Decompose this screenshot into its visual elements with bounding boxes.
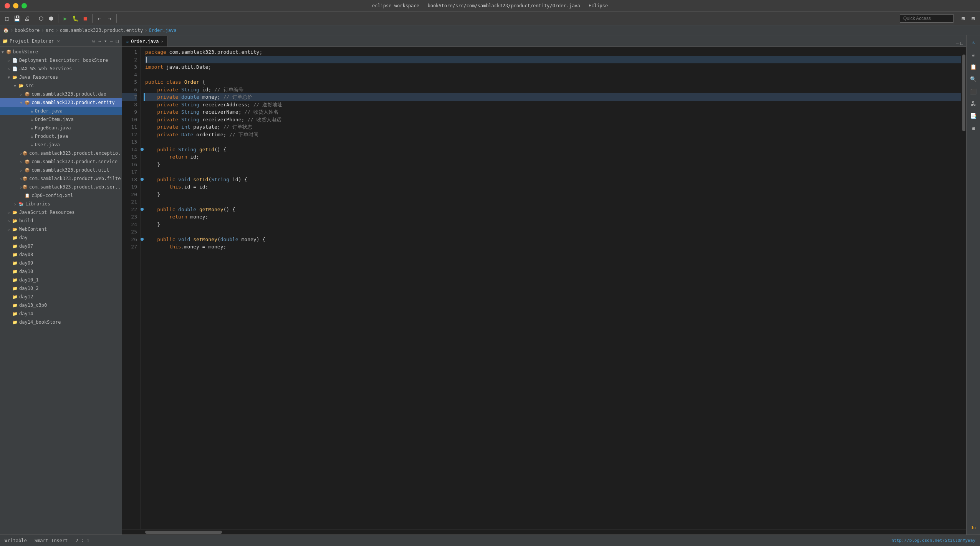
tree-item-day10_2[interactable]: 📁 day10_2 xyxy=(0,284,122,293)
tree-item-util[interactable]: ▷ 📦 com.samblack323.product.util xyxy=(0,166,122,174)
tree-item-bookstore[interactable]: ▼ 📦 bookStore xyxy=(0,48,122,56)
tree-item-build[interactable]: ▷ 📂 build xyxy=(0,217,122,225)
project-explorer-header: 📁 Project Explorer ✕ ⊟ ⇔ ▾ — □ xyxy=(0,35,122,47)
code-line-25 xyxy=(145,228,961,236)
type-hierarchy-button[interactable]: ⊞ xyxy=(968,123,979,134)
tree-item-service[interactable]: ▷ 📦 com.samblack323.product.service xyxy=(0,157,122,166)
problems-view-button[interactable]: ⚠ xyxy=(968,37,979,48)
toolbar: ⬚ 💾 🖨 ⬡ ⬢ ▶ 🐛 ■ ← → ⊞ ⊟ xyxy=(0,12,980,25)
editor-tab-order[interactable]: ☕ Order.java ✕ xyxy=(122,36,168,46)
breadcrumb-item-1[interactable]: bookStore xyxy=(15,28,40,33)
project-explorer-actions: ⊟ ⇔ ▾ — □ xyxy=(92,38,119,45)
code-line-17 xyxy=(145,168,961,176)
new-button[interactable]: ⬚ xyxy=(2,14,12,23)
tree-item-order[interactable]: ☕ Order.java xyxy=(0,107,122,115)
pe-close-icon[interactable]: ✕ xyxy=(57,38,60,44)
code-line-5: public class Order { xyxy=(145,78,961,86)
javadoc-view-button[interactable]: ☕ xyxy=(968,49,979,60)
tree-item-day12[interactable]: 📁 day12 xyxy=(0,293,122,301)
main-layout: 📁 Project Explorer ✕ ⊟ ⇔ ▾ — □ ▼ 📦 bookS… xyxy=(0,35,980,534)
editor-content: 12345 678910 1112131415 1617181920 21222… xyxy=(122,47,966,529)
breadcrumb-item-4[interactable]: Order.java xyxy=(149,28,176,33)
tree-item-webcontent[interactable]: ▷ 📂 WebContent xyxy=(0,225,122,233)
tree-item-day10_1[interactable]: 📁 day10_1 xyxy=(0,276,122,284)
project-tree: ▼ 📦 bookStore ▷ 📄 Deployment Descriptor:… xyxy=(0,47,122,534)
view-button[interactable]: ⊟ xyxy=(968,14,978,23)
tree-item-day14-bookstore[interactable]: 📁 day14_bookStore xyxy=(0,318,122,326)
tab-close-button[interactable]: ✕ xyxy=(161,39,163,43)
tree-item-c3p0[interactable]: 📋 c3p0-config.xml xyxy=(0,191,122,200)
tree-item-day14[interactable]: 📁 day14 xyxy=(0,309,122,318)
run-button[interactable]: ▶ xyxy=(61,14,70,23)
close-button[interactable] xyxy=(5,3,10,8)
tree-item-exception[interactable]: ▷ 📦 com.samblack323.product.exceptio... xyxy=(0,149,122,157)
editor-minimize-button[interactable]: — xyxy=(955,40,960,46)
tree-item-day09[interactable]: 📁 day09 xyxy=(0,259,122,267)
quick-access-input[interactable] xyxy=(900,14,954,23)
tree-item-jaxws[interactable]: ▷ 📄 JAX-WS Web Services xyxy=(0,65,122,73)
editor-maximize-button[interactable]: □ xyxy=(960,40,964,46)
horizontal-scrollbar[interactable] xyxy=(122,529,966,534)
editor-tabs: ☕ Order.java ✕ — □ xyxy=(122,35,966,47)
tree-item-orderitem[interactable]: ☕ OrderItem.java xyxy=(0,115,122,124)
tree-item-product[interactable]: ☕ Product.java xyxy=(0,132,122,141)
tree-item-libraries[interactable]: ▷ 📚 Libraries xyxy=(0,200,122,208)
code-area[interactable]: package com.samblack323.product.entity; … xyxy=(141,47,961,529)
tree-item-user[interactable]: ☕ User.java xyxy=(0,141,122,149)
servers-view-button[interactable]: 🖧 xyxy=(968,98,979,109)
debug-button[interactable]: 🐛 xyxy=(71,14,80,23)
link-editor-button[interactable]: ⇔ xyxy=(98,38,102,45)
declaration-view-button[interactable]: 📋 xyxy=(968,61,979,72)
java-ee-perspective[interactable]: Ju xyxy=(968,522,979,533)
tree-item-src[interactable]: ▼ 📂 src xyxy=(0,81,122,90)
pe-menu-button[interactable]: ▾ xyxy=(103,38,108,45)
perspective-button[interactable]: ⊞ xyxy=(958,14,968,23)
console-view-button[interactable]: ⬛ xyxy=(968,86,979,97)
line-numbers: 12345 678910 1112131415 1617181920 21222… xyxy=(122,47,141,529)
tree-item-webser[interactable]: ▷ 📦 com.samblack323.product.web.ser... xyxy=(0,183,122,191)
tree-item-filter[interactable]: ▷ 📦 com.samblack323.product.web.filte... xyxy=(0,174,122,183)
back-button[interactable]: ← xyxy=(95,14,104,23)
next-button[interactable]: ⬢ xyxy=(46,14,56,23)
print-button[interactable]: 🖨 xyxy=(22,14,31,23)
tree-item-deployment[interactable]: ▷ 📄 Deployment Descriptor: bookStore xyxy=(0,56,122,65)
tree-item-day[interactable]: 📁 day xyxy=(0,233,122,242)
code-line-14: public String getId() { xyxy=(145,146,961,154)
pe-maximize-button[interactable]: □ xyxy=(115,38,119,45)
window-controls[interactable] xyxy=(5,3,27,8)
forward-button[interactable]: → xyxy=(105,14,114,23)
scroll-thumb[interactable] xyxy=(962,55,965,131)
prev-button[interactable]: ⬡ xyxy=(36,14,46,23)
status-insert-mode: Smart Insert xyxy=(35,538,68,543)
editor-scrollbar[interactable] xyxy=(961,47,966,529)
code-line-6: private String id; // 订单编号 xyxy=(145,86,961,94)
tree-item-day07[interactable]: 📁 day07 xyxy=(0,242,122,250)
code-line-11: private int paystate; // 订单状态 xyxy=(145,123,961,131)
tree-item-pagebean[interactable]: ☕ PageBean.java xyxy=(0,124,122,132)
minimize-button[interactable] xyxy=(13,3,18,8)
code-line-22: public double getMoney() { xyxy=(145,206,961,213)
save-button[interactable]: 💾 xyxy=(12,14,22,23)
tree-item-java-resources[interactable]: ▼ 📂 Java Resources xyxy=(0,73,122,81)
status-writable: Writable xyxy=(5,538,27,543)
outline-view-button[interactable]: 📑 xyxy=(968,111,979,121)
tree-item-entity[interactable]: ▼ 📦 com.samblack323.product.entity xyxy=(0,98,122,107)
breadcrumb-item-2[interactable]: src xyxy=(46,28,54,33)
code-line-1: package com.samblack323.product.entity; xyxy=(145,48,961,56)
maximize-button[interactable] xyxy=(22,3,27,8)
stop-button[interactable]: ■ xyxy=(81,14,90,23)
collapse-all-button[interactable]: ⊟ xyxy=(92,38,96,45)
search-view-button[interactable]: 🔍 xyxy=(968,74,979,84)
code-line-3: import java.util.Date; xyxy=(145,63,961,71)
tree-item-day08[interactable]: 📁 day08 xyxy=(0,250,122,259)
breadcrumb-item-3[interactable]: com.samblack323.product.entity xyxy=(60,28,143,33)
pe-minimize-button[interactable]: — xyxy=(109,38,114,45)
horizontal-scroll-thumb[interactable] xyxy=(145,531,222,534)
tree-item-day10[interactable]: 📁 day10 xyxy=(0,267,122,276)
title-bar: eclipse-workspace - bookStore/src/com/sa… xyxy=(0,0,980,12)
project-explorer: 📁 Project Explorer ✕ ⊟ ⇔ ▾ — □ ▼ 📦 bookS… xyxy=(0,35,122,534)
tree-item-day13[interactable]: 📁 day13_c3p0 xyxy=(0,301,122,309)
tree-item-dao[interactable]: ▷ 📦 com.samblack323.product.dao xyxy=(0,90,122,98)
tree-item-js-resources[interactable]: ▷ 📂 JavaScript Resources xyxy=(0,208,122,217)
code-line-26: public void setMoney(double money) { xyxy=(145,236,961,243)
